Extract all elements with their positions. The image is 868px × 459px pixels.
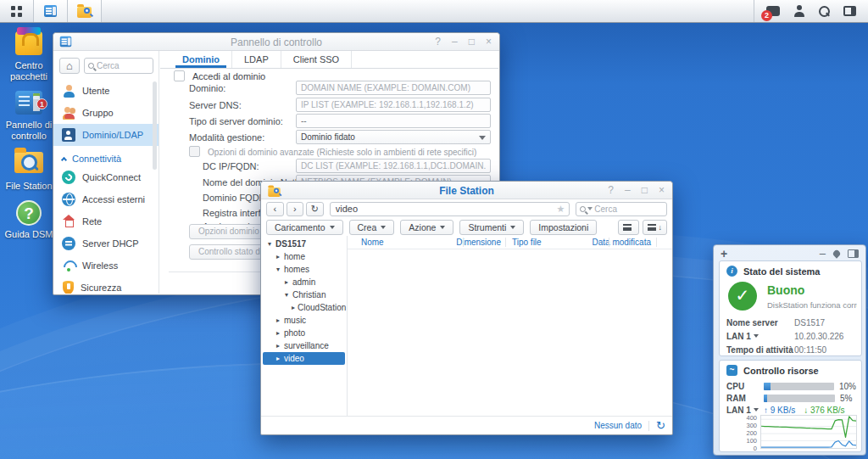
- column-divider: [656, 238, 657, 247]
- strumenti-button[interactable]: Strumenti: [459, 220, 524, 235]
- tab-dominio[interactable]: Dominio: [170, 51, 232, 68]
- desktop-icon-label: Pannello di controllo: [0, 118, 58, 142]
- server-type-input[interactable]: [296, 114, 491, 128]
- close-button[interactable]: ×: [486, 36, 492, 48]
- sidebar-item-domain-ldap[interactable]: Dominio/LDAP: [53, 124, 159, 146]
- advanced-options-checkbox[interactable]: [189, 146, 200, 157]
- search-input[interactable]: [97, 61, 149, 70]
- caricamento-button[interactable]: Caricamento: [266, 220, 343, 235]
- tree-item-ds1517[interactable]: ▾DS1517: [263, 238, 345, 250]
- file-search-input[interactable]: [594, 204, 663, 214]
- back-button[interactable]: ‹: [266, 202, 284, 216]
- sidebar-search[interactable]: [84, 58, 153, 74]
- desktop-icon-control-panel[interactable]: 1Pannello di controllo: [0, 91, 58, 142]
- minimize-button[interactable]: –: [452, 36, 458, 48]
- help-button[interactable]: ?: [608, 184, 614, 196]
- help-button[interactable]: ?: [435, 36, 441, 48]
- home-button[interactable]: ⌂: [59, 58, 80, 74]
- widgets-toggle-icon[interactable]: [843, 6, 856, 16]
- maximize-button[interactable]: □: [642, 184, 648, 196]
- section-label: Connettività: [72, 154, 121, 164]
- control-panel-titlebar[interactable]: Pannello di controllo ? – □ ×: [53, 33, 499, 51]
- column-header-tipo-file[interactable]: Tipo file: [512, 238, 542, 247]
- impostazioni-button[interactable]: Impostazioni: [530, 220, 597, 235]
- user-menu-icon[interactable]: [793, 5, 805, 17]
- chevron-expanded-icon: ▾: [275, 266, 281, 273]
- tree-item-surveillance[interactable]: ▸surveillance: [263, 339, 345, 352]
- widget-panel-header: + –: [714, 245, 865, 262]
- minimize-widgets-button[interactable]: –: [820, 249, 826, 258]
- chevron-collapsed-icon: ▸: [275, 342, 281, 350]
- sidebar-item-wireless[interactable]: Wireless: [53, 255, 159, 277]
- row-label[interactable]: LAN 1: [726, 332, 794, 341]
- system-info-row: Nome serverDS1517: [726, 316, 854, 329]
- pin-icon[interactable]: [832, 249, 841, 258]
- domain-options-button[interactable]: Opzioni dominio: [189, 224, 269, 239]
- minimize-button[interactable]: –: [625, 184, 631, 196]
- path-bar[interactable]: ★: [330, 202, 570, 216]
- refresh-icon[interactable]: ↻: [656, 420, 665, 431]
- path-input[interactable]: [331, 203, 549, 215]
- tab-ldap[interactable]: LDAP: [232, 51, 281, 68]
- desktop-icon-file-station[interactable]: File Station: [0, 152, 58, 192]
- azione-button[interactable]: Azione: [400, 220, 453, 235]
- file-station-body: ▾DS1517▸home▾homes▸admin▾Christian▸Cloud…: [261, 236, 672, 416]
- file-station-titlebar[interactable]: File Station ? – □ ×: [261, 182, 672, 199]
- file-search[interactable]: [576, 202, 667, 216]
- sidebar-item-network[interactable]: Rete: [53, 210, 159, 232]
- sidebar-scrollbar[interactable]: [153, 81, 157, 170]
- sidebar-item-dhcp-server[interactable]: Server DHCP: [53, 232, 159, 255]
- notifications-icon[interactable]: 2: [766, 6, 780, 16]
- column-header-dimensione[interactable]: Dimensione: [450, 238, 501, 247]
- desktop-icon-package-center[interactable]: Centro pacchetti: [0, 31, 58, 82]
- tree-item-video[interactable]: ▸video: [263, 352, 345, 365]
- control-panel-icon: 1: [14, 91, 44, 118]
- tree-item-cloudstation[interactable]: ▸CloudStation: [263, 301, 345, 314]
- sidebar-item-user[interactable]: Utente: [53, 80, 159, 102]
- task-file-station[interactable]: [68, 0, 102, 22]
- dcip-input[interactable]: [296, 159, 491, 173]
- forward-button[interactable]: ›: [287, 202, 304, 216]
- sidebar-item-external-access[interactable]: Accessi esterni: [53, 188, 159, 210]
- favorite-star-icon[interactable]: ★: [556, 204, 565, 215]
- sort-button[interactable]: ↓: [643, 220, 668, 235]
- tree-item-music[interactable]: ▸music: [263, 314, 345, 327]
- add-widget-button[interactable]: +: [721, 248, 727, 260]
- tree-item-photo[interactable]: ▸photo: [263, 327, 345, 339]
- management-mode-select[interactable]: Dominio fidato: [296, 130, 491, 144]
- main-menu-button[interactable]: [0, 0, 34, 22]
- sidebar-section-connectivity[interactable]: Connettività: [53, 146, 159, 166]
- tree-item-home[interactable]: ▸home: [263, 250, 345, 263]
- search-icon: [580, 206, 586, 212]
- widget-panel: + – i Stato del sistema ✓ Buono DiskStat…: [713, 244, 866, 456]
- column-header-nome[interactable]: Nome: [361, 238, 384, 247]
- dns-server-input[interactable]: [296, 98, 491, 112]
- domain-input[interactable]: [296, 81, 491, 95]
- refresh-button[interactable]: ↻: [306, 202, 324, 216]
- tree-item-admin[interactable]: ▸admin: [263, 276, 345, 288]
- search-icon[interactable]: [819, 6, 830, 17]
- tree-item-christian[interactable]: ▾Christian: [263, 288, 345, 301]
- sidebar-item-quickconnect[interactable]: QuickConnect: [53, 166, 159, 188]
- y-tick-label: 300: [746, 423, 757, 429]
- sidebar-item-group[interactable]: Gruppo: [53, 102, 159, 124]
- column-header-row: NomeDimensioneTipo fileData modificata: [348, 236, 672, 249]
- crea-button[interactable]: Crea: [349, 220, 395, 235]
- sidebar-item-security[interactable]: Sicurezza: [53, 277, 159, 294]
- chevron-expanded-icon: ▾: [283, 291, 290, 299]
- tree-item-homes[interactable]: ▾homes: [263, 263, 345, 276]
- chevron-collapsed-icon: ▸: [275, 316, 281, 324]
- close-button[interactable]: ×: [659, 184, 665, 196]
- sidebar-item-label: Dominio/LDAP: [82, 130, 143, 140]
- notification-badge: 1: [36, 98, 47, 109]
- lan-selector[interactable]: LAN 1: [726, 406, 764, 415]
- maximize-button[interactable]: □: [469, 36, 475, 48]
- dock-panel-icon[interactable]: [848, 249, 859, 258]
- tree-item-label: homes: [284, 265, 309, 274]
- health-status: Buono: [767, 283, 804, 297]
- tab-client-sso[interactable]: Client SSO: [281, 51, 352, 68]
- desktop-icon-dsm-help[interactable]: ?Guida DSM: [0, 200, 58, 240]
- task-control-panel[interactable]: [34, 0, 68, 22]
- view-mode-button[interactable]: [618, 220, 639, 235]
- row-label: Tempo di attività: [726, 345, 794, 355]
